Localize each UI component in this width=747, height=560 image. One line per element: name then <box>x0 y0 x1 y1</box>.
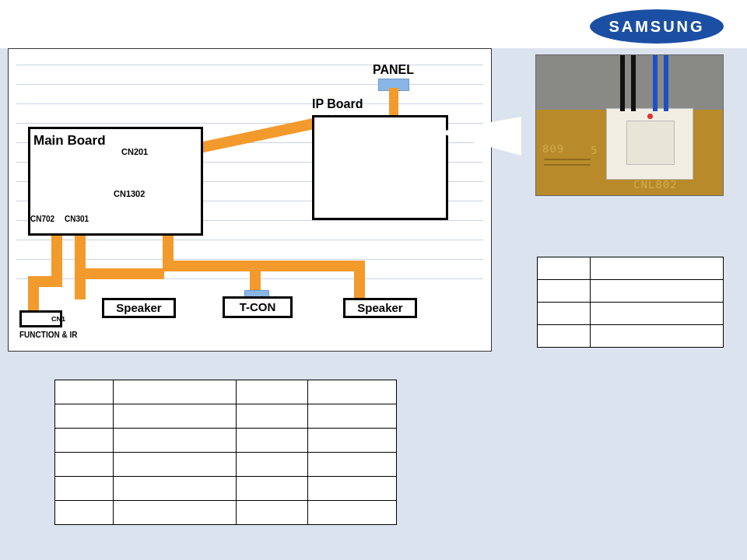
ip-board-box <box>312 115 448 220</box>
big-table <box>54 380 397 525</box>
table-row <box>538 280 724 303</box>
wire-black-1 <box>620 55 625 111</box>
table-row <box>55 453 397 477</box>
tcon-box: T-CON <box>223 296 293 318</box>
pointer-arrow <box>436 117 545 171</box>
table-row <box>538 303 724 325</box>
page-root: SAMSUNG <box>0 0 747 560</box>
table-row <box>55 404 397 429</box>
silk-5: 5 <box>591 144 598 156</box>
pin-table <box>537 257 724 348</box>
samsung-logo: SAMSUNG <box>589 8 725 45</box>
panel-label: PANEL <box>373 63 414 77</box>
speaker-right-box: Speaker <box>343 298 417 318</box>
table-row <box>55 477 397 501</box>
cn201-label: CN201 <box>121 147 148 156</box>
main-board-label: Main Board <box>33 133 106 149</box>
logo-text: SAMSUNG <box>608 18 704 35</box>
cn1-label: CN1 <box>51 315 65 323</box>
wire-blue-1 <box>653 55 658 111</box>
wire-black-2 <box>631 55 636 111</box>
white-connector <box>606 108 693 180</box>
function-ir-label: FUNCTION & IR <box>19 331 77 339</box>
table-row <box>538 257 724 280</box>
table-row <box>55 501 397 525</box>
table-row <box>538 325 724 348</box>
table-row <box>55 429 397 453</box>
red-dot-icon <box>647 114 653 119</box>
cn301-label: CN301 <box>65 215 89 223</box>
svg-marker-1 <box>436 117 521 156</box>
table-row <box>55 380 397 404</box>
ip-board-label: IP Board <box>312 97 363 111</box>
silk-cnl: CNL802 <box>633 178 678 191</box>
connector-photo: 809 5 CNL802 <box>535 54 724 196</box>
wire-blue-2 <box>664 55 668 111</box>
cn702-label: CN702 <box>30 215 54 223</box>
cn1302-label: CN1302 <box>114 189 145 198</box>
speaker-left-box: Speaker <box>102 298 176 318</box>
silk-809: 809 <box>542 142 564 155</box>
wiring-diagram: Main Board CN201 CN1302 CN702 CN301 IP B… <box>8 48 492 352</box>
